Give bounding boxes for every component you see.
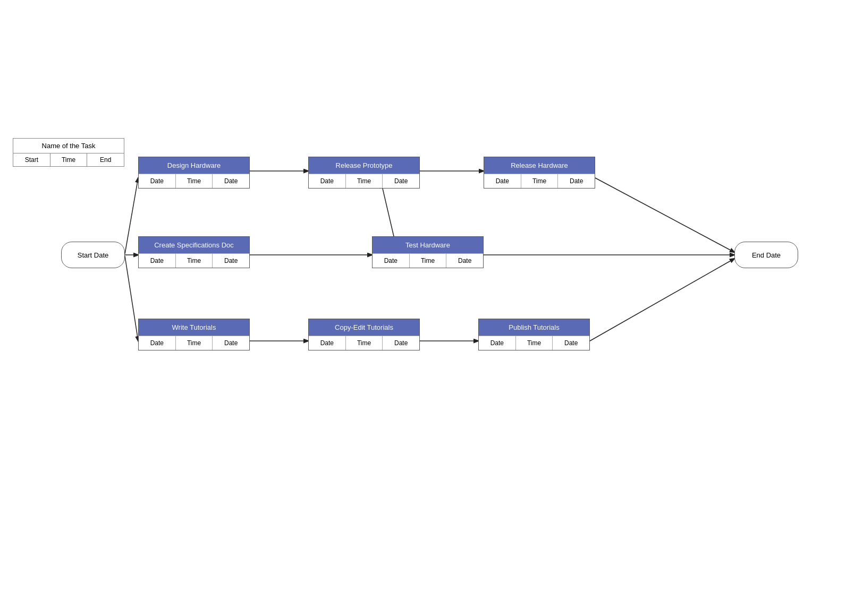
- task-date2-release-prototype: Date: [383, 174, 419, 188]
- task-node-release-hardware: Release Hardware Date Time Date: [484, 157, 595, 189]
- task-row-write-tutorials: Date Time Date: [139, 336, 249, 350]
- task-date1-publish-tutorials: Date: [479, 336, 516, 350]
- task-node-copy-edit: Copy-Edit Tutorials Date Time Date: [308, 319, 420, 350]
- svg-line-0: [125, 178, 138, 254]
- task-date2-release-hardware: Date: [558, 174, 595, 188]
- task-header-write-tutorials: Write Tutorials: [139, 319, 249, 336]
- task-header-release-hardware: Release Hardware: [484, 157, 595, 174]
- task-date1-release-prototype: Date: [309, 174, 346, 188]
- legend-start: Start: [13, 153, 50, 166]
- task-date2-copy-edit: Date: [383, 336, 419, 350]
- end-date-node: End Date: [734, 242, 798, 268]
- svg-line-2: [125, 256, 138, 341]
- task-date2-design-hardware: Date: [213, 174, 249, 188]
- svg-line-7: [595, 178, 734, 252]
- task-header-test-hardware: Test Hardware: [373, 237, 483, 253]
- task-header-design-hardware: Design Hardware: [139, 157, 249, 174]
- task-date2-write-tutorials: Date: [213, 336, 249, 350]
- legend-box: Name of the Task Start Time End: [13, 138, 124, 167]
- task-date1-copy-edit: Date: [309, 336, 346, 350]
- task-row-create-spec: Date Time Date: [139, 253, 249, 268]
- task-node-write-tutorials: Write Tutorials Date Time Date: [138, 319, 250, 350]
- svg-line-9: [590, 259, 734, 341]
- task-time-release-hardware: Time: [521, 174, 559, 188]
- task-date2-test-hardware: Date: [446, 253, 483, 268]
- task-header-copy-edit: Copy-Edit Tutorials: [309, 319, 419, 336]
- start-date-node: Start Date: [61, 242, 125, 268]
- task-row-release-hardware: Date Time Date: [484, 174, 595, 188]
- task-date2-publish-tutorials: Date: [553, 336, 589, 350]
- task-date1-release-hardware: Date: [484, 174, 521, 188]
- task-node-create-spec: Create Specifications Doc Date Time Date: [138, 236, 250, 268]
- task-header-create-spec: Create Specifications Doc: [139, 237, 249, 253]
- legend-title: Name of the Task: [13, 139, 124, 153]
- task-time-release-prototype: Time: [346, 174, 383, 188]
- task-row-design-hardware: Date Time Date: [139, 174, 249, 188]
- task-time-create-spec: Time: [176, 253, 213, 268]
- task-header-release-prototype: Release Prototype: [309, 157, 419, 174]
- legend-time: Time: [50, 153, 88, 166]
- task-time-write-tutorials: Time: [176, 336, 213, 350]
- task-date1-write-tutorials: Date: [139, 336, 176, 350]
- task-node-publish-tutorials: Publish Tutorials Date Time Date: [478, 319, 590, 350]
- task-node-release-prototype: Release Prototype Date Time Date: [308, 157, 420, 189]
- task-time-design-hardware: Time: [176, 174, 213, 188]
- task-node-test-hardware: Test Hardware Date Time Date: [372, 236, 484, 268]
- task-time-copy-edit: Time: [346, 336, 383, 350]
- task-date1-design-hardware: Date: [139, 174, 176, 188]
- task-time-test-hardware: Time: [410, 253, 447, 268]
- task-header-publish-tutorials: Publish Tutorials: [479, 319, 589, 336]
- task-row-copy-edit: Date Time Date: [309, 336, 419, 350]
- task-row-publish-tutorials: Date Time Date: [479, 336, 589, 350]
- task-date1-test-hardware: Date: [373, 253, 410, 268]
- task-node-design-hardware: Design Hardware Date Time Date: [138, 157, 250, 189]
- legend-row: Start Time End: [13, 153, 124, 166]
- task-row-test-hardware: Date Time Date: [373, 253, 483, 268]
- task-date2-create-spec: Date: [213, 253, 249, 268]
- task-date1-create-spec: Date: [139, 253, 176, 268]
- task-time-publish-tutorials: Time: [516, 336, 553, 350]
- legend-end: End: [87, 153, 124, 166]
- task-row-release-prototype: Date Time Date: [309, 174, 419, 188]
